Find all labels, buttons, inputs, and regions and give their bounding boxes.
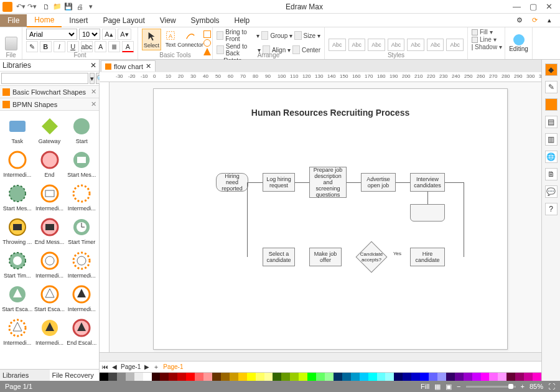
style-preset-7[interactable]: Abc (446, 39, 464, 51)
swatch[interactable] (273, 373, 281, 381)
swatch[interactable] (446, 373, 455, 381)
node-hire[interactable]: Hire candidate (410, 248, 445, 266)
zoom-in-icon[interactable]: + (521, 383, 525, 390)
swatch[interactable] (437, 373, 446, 381)
page-add-icon[interactable]: ＋ (153, 363, 159, 371)
collapse-ribbon-icon[interactable]: ▴ (544, 15, 555, 26)
shape-intermedi-[interactable]: Intermedi... (34, 315, 66, 348)
shape-start-timer[interactable]: Start Timer (65, 214, 98, 248)
zoom-out-icon[interactable]: − (457, 383, 460, 390)
select-tool[interactable]: Select (142, 29, 161, 50)
swatch[interactable] (316, 373, 325, 381)
qa-print-icon[interactable]: 🖨 (75, 2, 85, 12)
shape-start-esca-[interactable]: Start Esca... (34, 281, 66, 315)
sync-icon[interactable]: ⟳ (529, 15, 540, 26)
node-prepare-desc[interactable]: Prepare job description and screening qu… (309, 167, 347, 198)
style-preset-3[interactable]: Abc (368, 39, 385, 51)
shape-end-escal-[interactable]: End Escal... (65, 315, 98, 348)
swatch[interactable] (403, 373, 411, 381)
swatch[interactable] (212, 373, 221, 381)
swatch[interactable] (360, 373, 368, 381)
shape-end-mess-[interactable]: End Mess... (34, 214, 66, 248)
swatch[interactable] (186, 373, 195, 381)
library-search-input[interactable] (1, 73, 88, 84)
shape-start-esca-[interactable]: Start Esca... (1, 281, 34, 315)
swatch[interactable] (481, 373, 490, 381)
qa-new-icon[interactable]: 🗋 (41, 2, 51, 12)
shrink-font-button[interactable]: A▾ (118, 29, 131, 40)
shape-intermedi-[interactable]: Intermedi... (34, 180, 66, 214)
swatch[interactable] (385, 373, 394, 381)
swatch[interactable] (230, 373, 238, 381)
swatch[interactable] (334, 373, 342, 381)
node-advertise[interactable]: Advertise open job (361, 173, 396, 192)
qa-save-icon[interactable]: 💾 (63, 2, 73, 12)
rp-doc-icon[interactable]: 🗎 (545, 168, 558, 180)
page-next-icon[interactable]: ▶ (144, 363, 149, 370)
zoom-slider[interactable] (466, 386, 516, 388)
underline-button[interactable]: U (67, 41, 79, 52)
node-hiring-need[interactable]: Hiring need reported (216, 173, 248, 192)
shape-intermedi-[interactable]: Intermedi... (34, 248, 66, 281)
swatch[interactable] (489, 373, 498, 381)
style-preset-6[interactable]: Abc (427, 39, 444, 51)
node-select[interactable]: Select a candidate (263, 248, 295, 266)
category-bpmn[interactable]: BPMN Shapes✕ (0, 98, 99, 111)
bullets-button[interactable]: ≣ (108, 41, 120, 52)
swatch[interactable] (169, 373, 177, 381)
swatch[interactable] (498, 373, 506, 381)
style-preset-5[interactable]: Abc (407, 39, 424, 51)
editing-icon[interactable] (513, 34, 525, 45)
undo-button[interactable]: ↶▾ (15, 2, 26, 11)
menu-file[interactable]: File (0, 14, 27, 27)
rp-globe-icon[interactable]: 🌐 (545, 151, 558, 163)
swatch[interactable] (126, 373, 134, 381)
connector-tool[interactable]: Connector (180, 29, 201, 49)
italic-button[interactable]: I (54, 41, 65, 52)
shape-start-tim-[interactable]: Start Tim... (1, 248, 34, 281)
swatch[interactable] (377, 373, 386, 381)
swatch[interactable] (177, 373, 186, 381)
style-preset-4[interactable]: Abc (388, 39, 405, 51)
swatch[interactable] (420, 373, 429, 381)
swatch[interactable] (264, 373, 273, 381)
close-button[interactable]: ✕ (546, 2, 553, 11)
swatch[interactable] (134, 373, 143, 381)
menu-insert[interactable]: Insert (62, 14, 95, 27)
rp-comment-icon[interactable]: 💬 (545, 185, 558, 198)
fit-page-icon[interactable]: ⛶ (548, 383, 555, 390)
swatch[interactable] (143, 373, 152, 381)
swatch[interactable] (203, 373, 212, 381)
rp-help-icon[interactable]: ? (545, 203, 558, 215)
swatch[interactable] (152, 373, 161, 381)
font-name-select[interactable]: Arial (26, 29, 77, 40)
bring-front-button[interactable]: Bring to Front (225, 29, 254, 42)
swatch[interactable] (455, 373, 464, 381)
shape-intermedi-[interactable]: Intermedi... (1, 147, 34, 180)
horizontal-scrollbar[interactable] (100, 352, 541, 361)
node-offer[interactable]: Make job offer (309, 248, 342, 266)
page-first-icon[interactable]: ⏮ (102, 363, 108, 370)
swatch[interactable] (524, 373, 533, 381)
style-preset-2[interactable]: Abc (348, 39, 366, 51)
qa-open-icon[interactable]: 📁 (52, 2, 62, 12)
rp-paint-icon[interactable]: ◆ (545, 63, 558, 76)
swatch[interactable] (195, 373, 203, 381)
color-palette[interactable] (100, 372, 541, 381)
strike-button[interactable]: abc (81, 41, 93, 52)
page[interactable]: Human Resources Recruiting Process Hirin… (153, 88, 508, 350)
grow-font-button[interactable]: A▴ (102, 29, 116, 40)
rp-page-icon[interactable]: ▥ (545, 133, 558, 146)
swatch[interactable] (464, 373, 472, 381)
swatch[interactable] (351, 373, 360, 381)
paste-icon[interactable] (5, 37, 17, 50)
line-button[interactable]: Line▾ (472, 36, 501, 43)
page-prev-icon[interactable]: ◀ (112, 363, 117, 370)
menu-symbols[interactable]: Symbols (184, 14, 227, 27)
shape-intermedi-[interactable]: Intermedi... (65, 248, 98, 281)
qa-export-icon[interactable]: ▾ (86, 2, 96, 12)
node-interview[interactable]: Interview candidates (410, 173, 445, 192)
size-button[interactable]: Size (304, 32, 315, 39)
tab-close-icon[interactable]: ✕ (146, 62, 151, 70)
library-dropdown-icon[interactable]: ▾ (90, 73, 95, 84)
